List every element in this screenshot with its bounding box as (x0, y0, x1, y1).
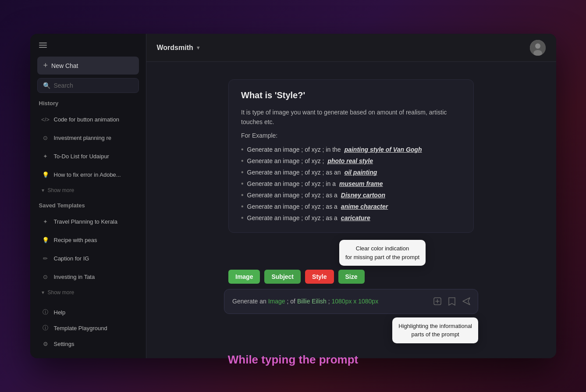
history-item[interactable]: </> Code for button animation (37, 112, 139, 127)
history-item-label: Code for button animation (54, 116, 120, 123)
add-to-template-button[interactable] (432, 296, 443, 306)
tooltip-1: Clear color indicationfor missing part o… (339, 240, 426, 266)
template-playground-item[interactable]: ⓘ Template Playground (37, 321, 139, 335)
example-prefix: Generate an image ; of xyz ; as a (247, 203, 337, 210)
history-item-label: Investment planning re (54, 135, 112, 141)
info-icon: ⓘ (42, 308, 50, 316)
example-prefix: Generate an image ; of xyz ; as a (247, 214, 337, 221)
prompt-tags: Image Subject Style Size (224, 270, 365, 284)
templates-show-more-button[interactable]: ▾ Show more (37, 288, 139, 297)
circle-icon: ⊙ (42, 134, 50, 142)
example-prefix: Generate an image ; of xyz ; in a (247, 180, 336, 187)
bookmark-button[interactable] (447, 296, 457, 306)
new-chat-button[interactable]: + New Chat (37, 57, 139, 75)
template-item[interactable]: ✦ Travel Planning to Kerala (37, 214, 139, 229)
example-highlight: painting style of Van Gogh (344, 146, 422, 153)
example-highlight: Disney cartoon (341, 192, 385, 199)
circle-icon: ⊙ (42, 273, 50, 281)
template-item-label: Investing in Tata (54, 274, 95, 280)
history-section-title: History (37, 100, 139, 107)
example-item: Generate an image ; of xyz ; as a carica… (241, 214, 461, 222)
hamburger-button[interactable] (37, 41, 49, 50)
history-item[interactable]: ⊙ Investment planning re (37, 130, 139, 145)
info-icon: ⓘ (42, 324, 50, 332)
template-item-label: Recipe with peas (54, 237, 97, 243)
example-prefix: Generate an image ; of xyz ; as an (247, 169, 341, 176)
brand-title[interactable]: Wordsmith ▾ (157, 44, 199, 52)
content-card: What is 'Style?' It is type of image you… (228, 79, 474, 233)
spark-icon: ✦ (42, 152, 50, 160)
example-prefix: Generate an image ; of xyz ; as a (247, 192, 337, 199)
plus-icon: + (43, 61, 48, 70)
tooltip-2: Highlighting the informationalparts of t… (392, 317, 478, 343)
chevron-down-icon: ▾ (42, 187, 44, 193)
main-header: Wordsmith ▾ (146, 34, 556, 62)
example-highlight: oil painting (344, 169, 377, 176)
avatar[interactable] (530, 40, 546, 56)
content-title: What is 'Style?' (241, 90, 461, 100)
tag-size-button[interactable]: Size (338, 270, 365, 284)
input-actions (432, 296, 472, 306)
example-item: Generate an image ; of xyz ; as an oil p… (241, 168, 461, 176)
bottom-label: While typing the prompt (0, 341, 586, 379)
brand-name: Wordsmith (157, 44, 193, 52)
bulb-icon: 💡 (42, 171, 50, 178)
template-playground-label: Template Playground (54, 325, 107, 331)
example-highlight: museum frame (339, 180, 383, 187)
tooltip-2-text: Highlighting the informationalparts of t… (398, 323, 472, 338)
example-prefix: Generate an image ; of xyz ; (247, 157, 324, 164)
spark-icon: ✦ (42, 217, 50, 225)
search-box: 🔍 (37, 78, 139, 93)
tag-style-button[interactable]: Style (305, 270, 334, 284)
pencil-icon: ✏ (42, 254, 50, 262)
example-highlight: anime character (341, 203, 388, 210)
send-icon (462, 297, 471, 306)
history-show-more-button[interactable]: ▾ Show more (37, 185, 139, 195)
new-chat-label: New Chat (51, 62, 78, 69)
example-item: Generate an image ; of xyz ; in the pain… (241, 146, 461, 153)
tag-image-button[interactable]: Image (228, 270, 260, 284)
template-item[interactable]: ✏ Caption for IG (37, 251, 139, 266)
history-item-label: How to fix error in Adobe... (54, 171, 121, 178)
example-prefix: Generate an image ; of xyz ; in the (247, 146, 341, 153)
input-name-highlight: Billie Eilish (297, 298, 327, 305)
tag-subject-button[interactable]: Subject (264, 270, 301, 284)
show-more-label: Show more (48, 187, 75, 193)
main-content: Wordsmith ▾ What is 'Style?' (146, 34, 556, 358)
history-item[interactable]: ✦ To-Do List for Udaipur (37, 149, 139, 164)
template-item-label: Caption for IG (54, 255, 89, 262)
code-icon: </> (42, 115, 50, 123)
example-highlight: photo real style (327, 157, 373, 164)
content-desc: It is type of image you want to generate… (241, 107, 461, 127)
tooltip-1-text: Clear color indicationfor missing part o… (345, 245, 419, 260)
sidebar: + New Chat 🔍 History </> Code for button… (30, 34, 146, 358)
chevron-down-icon: ▾ (42, 289, 44, 296)
template-add-icon (433, 297, 442, 306)
templates-section-title: Saved Templates (37, 202, 139, 209)
svg-point-1 (535, 43, 540, 49)
search-input[interactable] (54, 82, 133, 89)
template-item[interactable]: ⊙ Investing in Tata (37, 269, 139, 284)
example-highlight: caricature (341, 214, 370, 221)
input-size-highlight: 1080px x 1080px (332, 298, 379, 305)
for-example: For Example: (241, 131, 461, 140)
example-item: Generate an image ; of xyz ; photo real … (241, 157, 461, 165)
avatar-image (530, 40, 546, 56)
chat-area[interactable]: What is 'Style?' It is type of image you… (146, 62, 556, 358)
app-body: + New Chat 🔍 History </> Code for button… (30, 34, 556, 358)
template-item-label: Travel Planning to Kerala (54, 218, 118, 225)
input-sep2: ; (328, 298, 332, 305)
example-item: Generate an image ; of xyz ; as a Disney… (241, 191, 461, 199)
input-image-highlight: Image (268, 298, 285, 305)
history-item-label: To-Do List for Udaipur (54, 153, 109, 160)
input-area[interactable]: Generate an Image ; of Billie Eilish ; 1… (224, 289, 478, 314)
history-item[interactable]: 💡 How to fix error in Adobe... (37, 167, 139, 182)
example-item: Generate an image ; of xyz ; as a anime … (241, 203, 461, 210)
search-icon: 🔍 (43, 82, 50, 89)
example-item: Generate an image ; of xyz ; in a museum… (241, 180, 461, 188)
help-item[interactable]: ⓘ Help (37, 305, 139, 320)
input-prefix: Generate an (232, 298, 268, 305)
template-item[interactable]: 💡 Recipe with peas (37, 232, 139, 247)
send-button[interactable] (461, 296, 472, 306)
app-window: + New Chat 🔍 History </> Code for button… (30, 34, 556, 358)
